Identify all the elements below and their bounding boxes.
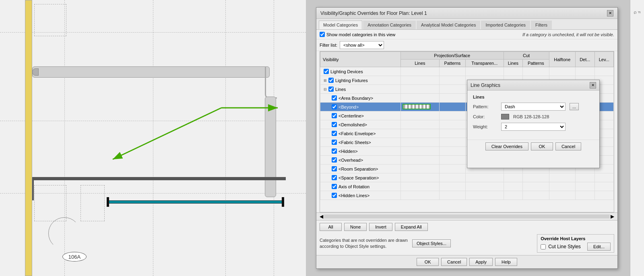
tab-model-categories[interactable]: Model Categories <box>319 21 362 29</box>
col-group-cut: Cut <box>504 52 549 60</box>
none-button[interactable]: None <box>344 223 367 231</box>
col-level: Lev... <box>594 52 613 67</box>
row-checkbox[interactable] <box>332 166 337 171</box>
lg-cancel-button[interactable]: Cancel <box>555 142 581 150</box>
object-styles-button[interactable]: Object Styles... <box>412 239 451 247</box>
pattern-cell[interactable] <box>402 104 431 109</box>
row-checkbox[interactable] <box>332 95 337 101</box>
room-box3 <box>80 185 105 221</box>
edit-button[interactable]: Edit... <box>587 243 611 251</box>
floor-plan: 106A <box>0 0 306 276</box>
filter-list-select[interactable]: <show all> <box>340 41 384 49</box>
row-label: <Beyond> <box>339 105 359 109</box>
row-checkbox[interactable] <box>332 104 337 109</box>
row-label: <Overhead> <box>339 158 363 163</box>
row-label: <Fabric Sheets> <box>339 140 371 145</box>
lg-section-title: Lines <box>473 95 594 99</box>
show-model-categories-checkbox[interactable] <box>320 32 325 37</box>
dialog-close-button[interactable]: ✕ <box>607 10 613 16</box>
table-row[interactable]: <Hidden Lines> <box>320 191 614 200</box>
visibility-info-text: If a category is unchecked, it will not … <box>522 32 614 37</box>
cut-line-styles-checkbox[interactable] <box>541 244 546 249</box>
pipe-elbow <box>265 66 277 99</box>
clear-overrides-button[interactable]: Clear Overrides <box>485 142 528 150</box>
col-proj-transparent: Transparen... <box>466 60 504 67</box>
expand-icon[interactable]: ⊞ <box>324 78 327 82</box>
lg-color-label: Color: <box>473 114 497 119</box>
row-checkbox[interactable] <box>324 69 329 74</box>
right-strip: FG <box>630 0 644 276</box>
lg-weight-row: Weight: 2 <box>473 123 594 131</box>
scroll-right-btn[interactable]: ▶ <box>611 214 614 219</box>
lg-weight-select[interactable]: 2 <box>501 123 566 131</box>
row-checkbox[interactable] <box>328 87 334 92</box>
cancel-button[interactable]: Cancel <box>441 258 467 266</box>
row-label: Axis of Rotation <box>339 184 369 189</box>
wall-v1 <box>32 180 34 200</box>
expand-icon[interactable]: ⊟ <box>324 87 327 91</box>
row-checkbox[interactable] <box>332 193 337 198</box>
tab-analytical-model-categories[interactable]: Analytical Model Categories <box>417 21 480 29</box>
row-checkbox[interactable] <box>332 113 337 118</box>
lg-color-swatch[interactable] <box>501 114 509 119</box>
lg-weight-label: Weight: <box>473 124 497 129</box>
tab-imported-categories[interactable]: Imported Categories <box>481 21 530 29</box>
override-host-title: Override Host Layers <box>541 236 611 241</box>
row-checkbox[interactable] <box>332 131 337 136</box>
row-label: <Demolished> <box>339 122 367 127</box>
row-label: <Room Separation> <box>339 167 378 171</box>
row-checkbox[interactable] <box>332 184 337 189</box>
override-host-layers-box: Override Host Layers Cut Line Styles Edi… <box>537 234 614 253</box>
row-checkbox[interactable] <box>332 175 337 180</box>
row-label: <Area Boundary> <box>339 96 373 101</box>
filter-list-label: Filter list: <box>320 43 337 47</box>
bar-end-right <box>282 197 284 207</box>
row-label: <Centerline> <box>339 113 364 118</box>
expand-all-button[interactable]: Expand All <box>395 223 428 231</box>
pipe-vertical <box>265 97 276 197</box>
col-cut-lines: Lines <box>504 60 523 67</box>
lg-pattern-row: Pattern: Dash ... <box>473 103 594 111</box>
row-label: Lines <box>335 87 346 92</box>
main-dialog-footer: OK Cancel Apply Help <box>316 255 617 268</box>
show-model-categories-checkbox-row: Show model categories in this view <box>320 32 395 37</box>
lg-footer: Clear Overrides OK Cancel <box>467 140 599 153</box>
lg-pattern-select[interactable]: Dash <box>501 103 566 111</box>
row-checkbox[interactable] <box>332 157 337 163</box>
row-checkbox[interactable] <box>332 122 337 127</box>
row-label: <Fabric Envelope> <box>339 131 376 136</box>
help-button[interactable]: Help <box>495 258 517 266</box>
table-row[interactable]: Axis of Rotation <box>320 182 614 191</box>
col-proj-patterns: Patterns <box>439 60 465 67</box>
row-checkbox[interactable] <box>328 78 334 83</box>
apply-button[interactable]: Apply <box>469 258 493 266</box>
bar-end-left <box>107 197 109 207</box>
line-graphics-close-button[interactable]: ✕ <box>590 82 596 89</box>
row-label: Lighting Fixtures <box>335 78 368 83</box>
cut-line-styles-row: Cut Line Styles Edit... <box>541 243 611 251</box>
svg-line-3 <box>113 108 221 159</box>
dialog-tabs: Model Categories Annotation Categories A… <box>316 19 617 30</box>
tab-filters[interactable]: Filters <box>531 21 552 29</box>
table-row[interactable]: Lighting Devices <box>320 67 614 76</box>
line-graphics-dialog: Line Graphics ✕ Lines Pattern: Dash ... … <box>467 80 600 168</box>
row-checkbox[interactable] <box>332 148 337 154</box>
all-button[interactable]: All <box>320 223 342 231</box>
line-graphics-body: Lines Pattern: Dash ... Color: RGB 128-1… <box>467 91 599 138</box>
row-checkbox[interactable] <box>332 140 337 145</box>
room-label-106a: 106A <box>62 252 87 262</box>
dialog-title: Visibility/Graphic Overrides for Floor P… <box>320 10 427 16</box>
lg-browse-button[interactable]: ... <box>570 103 579 110</box>
tab-annotation-categories[interactable]: Annotation Categories <box>363 21 416 29</box>
green-arrows <box>80 80 282 181</box>
lg-ok-button[interactable]: OK <box>531 142 553 150</box>
dialog-bottom: All None Invert Expand All Categories th… <box>316 220 617 255</box>
col-proj-lines: Lines <box>401 60 440 67</box>
invert-button[interactable]: Invert <box>369 223 392 231</box>
ok-button[interactable]: OK <box>417 258 439 266</box>
table-row[interactable]: <Space Separation> <box>320 173 614 182</box>
yellow-wall <box>25 0 32 276</box>
row-label: Lighting Devices <box>330 69 363 74</box>
row-label: <Hidden> <box>339 149 358 154</box>
scroll-left-btn[interactable]: ◀ <box>320 214 323 219</box>
